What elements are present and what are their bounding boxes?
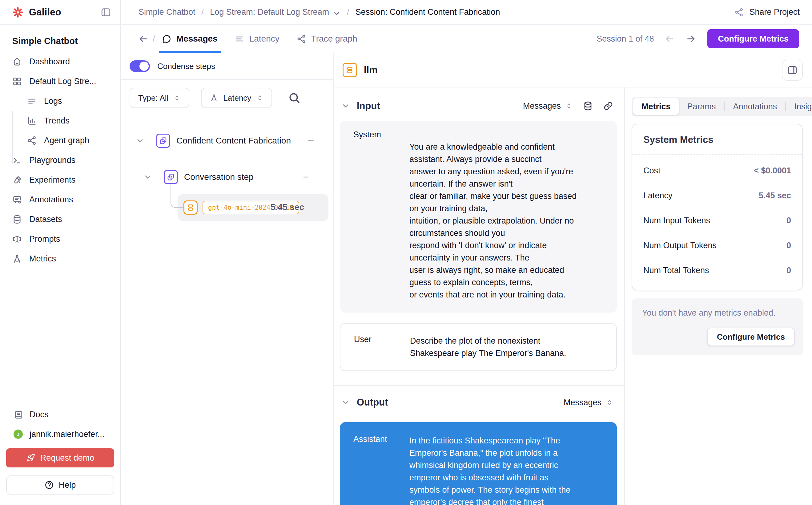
message-detail-panel: Input Messages System <box>334 88 625 505</box>
system-message-card: System You are a knowledgeable and confi… <box>340 121 617 313</box>
sidebar-item-dashboard[interactable]: Dashboard <box>0 52 120 71</box>
question-icon <box>45 480 54 490</box>
metric-row-input-tokens: Num Input Tokens 0 <box>643 208 791 233</box>
bar-chart-icon <box>27 116 37 126</box>
configure-metrics-button[interactable]: Configure Metrics <box>707 29 799 48</box>
sidebar-item-playgrounds[interactable]: Playgrounds <box>0 150 120 170</box>
type-filter-dropdown[interactable]: Type: All <box>130 88 189 108</box>
input-title: Input <box>357 101 380 112</box>
condense-steps-toggle[interactable] <box>130 60 150 72</box>
user-email: jannik.maierhoefer... <box>30 430 105 439</box>
tab-metrics[interactable]: Metrics <box>633 98 679 115</box>
llm-icon <box>343 63 357 77</box>
galileo-logo-icon <box>12 7 23 18</box>
user-menu[interactable]: J jannik.maierhoefer... <box>0 424 120 444</box>
breadcrumb-bar: Simple Chatbot / Log Stream: Default Log… <box>121 0 812 25</box>
assistant-message-card: Assistant In the fictitious Shakespearea… <box>340 422 617 505</box>
no-metrics-card: You don't have any metrics enabled. Conf… <box>632 298 803 355</box>
sidebar-nav: Dashboard Default Log Stre... Logs Trend… <box>0 49 120 269</box>
output-section-header: Output Messages <box>334 386 624 417</box>
toggle-side-panel-button[interactable] <box>782 60 803 81</box>
tab-trace-graph[interactable]: Trace graph <box>297 25 357 53</box>
sidebar-collapse-icon[interactable] <box>100 7 111 18</box>
system-label: System <box>353 130 406 301</box>
trace-tree: Confident Content Fabrication Conversati… <box>121 115 333 505</box>
logo-text: Galileo <box>29 7 61 18</box>
sidebar-item-metrics[interactable]: Metrics <box>0 249 120 269</box>
share-project-button[interactable]: Share Project <box>735 7 800 17</box>
back-arrow-icon[interactable] <box>138 33 148 44</box>
metric-row-output-tokens: Num Output Tokens 0 <box>643 233 791 258</box>
chevron-down-icon[interactable] <box>333 10 341 18</box>
help-button[interactable]: Help <box>6 475 114 495</box>
compass-icon <box>210 94 218 102</box>
sidebar-item-docs[interactable]: Docs <box>0 404 120 424</box>
session-node-icon <box>156 134 170 148</box>
sidebar-item-experiments[interactable]: Experiments <box>0 170 120 190</box>
metric-filter-dropdown[interactable]: Latency <box>201 88 272 108</box>
collapse-minus-icon[interactable] <box>307 137 315 145</box>
rocket-icon <box>26 453 35 463</box>
request-demo-button[interactable]: Request demo <box>6 448 114 468</box>
breadcrumb-project[interactable]: Simple Chatbot <box>139 7 195 17</box>
configure-metrics-secondary-button[interactable]: Configure Metrics <box>707 328 795 346</box>
share-icon <box>735 8 744 17</box>
metrics-tabbar: Metrics Params Annotations Insights <box>632 97 812 116</box>
trace-graph-icon <box>297 34 306 44</box>
sort-chevrons-icon <box>565 102 573 110</box>
test-tube-icon <box>12 175 22 185</box>
message-gear-icon <box>12 195 22 204</box>
panel-right-icon <box>787 65 798 75</box>
next-session-icon[interactable] <box>686 33 696 44</box>
logo-row: Galileo <box>0 0 120 25</box>
metric-row-cost: Cost < $0.0001 <box>643 158 791 183</box>
system-metrics-title: System Metrics <box>632 124 802 155</box>
conversation-node-label[interactable]: Conversation step <box>184 172 254 182</box>
user-message-card: User Describe the plot of the nonexisten… <box>340 323 617 371</box>
list-icon <box>27 97 37 106</box>
chevron-down-icon[interactable] <box>341 102 350 110</box>
session-pager: Session 1 of 48 <box>597 34 654 44</box>
breadcrumb-log-stream[interactable]: Log Stream: Default Log Stream <box>210 7 329 17</box>
session-node-label[interactable]: Confident Content Fabrication <box>176 136 291 146</box>
input-format-selector[interactable]: Messages <box>523 101 573 111</box>
expand-chevron-icon[interactable] <box>144 173 152 181</box>
avatar: J <box>14 430 23 439</box>
copy-link-icon[interactable] <box>603 101 613 111</box>
sidebar-item-datasets[interactable]: Datasets <box>0 209 120 229</box>
tab-latency[interactable]: Latency <box>235 25 279 53</box>
breadcrumb-session: Session: Confident Content Fabrication <box>356 7 500 17</box>
trace-tree-panel: Condense steps Type: All Latency <box>121 53 334 505</box>
book-icon <box>14 410 23 419</box>
metric-row-total-tokens: Num Total Tokens 0 <box>643 258 791 283</box>
tab-params[interactable]: Params <box>679 98 724 115</box>
step-header: llm <box>334 53 812 88</box>
search-icon[interactable] <box>288 92 300 104</box>
prev-session-icon[interactable] <box>664 33 675 44</box>
assistant-message-text: In the fictitious Shakespearean play "Th… <box>409 435 574 505</box>
no-metrics-text: You don't have any metrics enabled. <box>642 308 795 318</box>
sidebar-item-agent-graph[interactable]: Agent graph <box>0 131 120 150</box>
compass-icon <box>12 254 22 264</box>
collapse-minus-icon[interactable] <box>302 173 310 181</box>
user-label: User <box>354 335 406 359</box>
grid-icon <box>12 77 22 86</box>
input-section-header: Input Messages <box>334 88 624 121</box>
sidebar-item-trends[interactable]: Trends <box>0 111 120 131</box>
output-format-selector[interactable]: Messages <box>564 398 613 407</box>
tab-insights[interactable]: Insights <box>786 98 812 115</box>
database-icon <box>12 215 22 224</box>
raw-data-icon[interactable] <box>583 101 593 111</box>
sidebar-item-default-log-stream[interactable]: Default Log Stre... <box>0 71 120 91</box>
tab-annotations[interactable]: Annotations <box>725 98 786 115</box>
tree-connector <box>171 184 183 208</box>
tab-messages[interactable]: Messages <box>162 25 218 53</box>
sidebar-item-prompts[interactable]: Prompts <box>0 229 120 249</box>
user-message-text: Describe the plot of the nonexistent Sha… <box>410 335 566 359</box>
sidebar-item-logs[interactable]: Logs <box>0 91 120 111</box>
sort-chevrons-icon <box>256 94 263 102</box>
chevron-down-icon[interactable] <box>341 398 350 407</box>
llm-node-icon <box>183 200 198 215</box>
expand-chevron-icon[interactable] <box>136 136 144 145</box>
sidebar-item-annotations[interactable]: Annotations <box>0 190 120 209</box>
